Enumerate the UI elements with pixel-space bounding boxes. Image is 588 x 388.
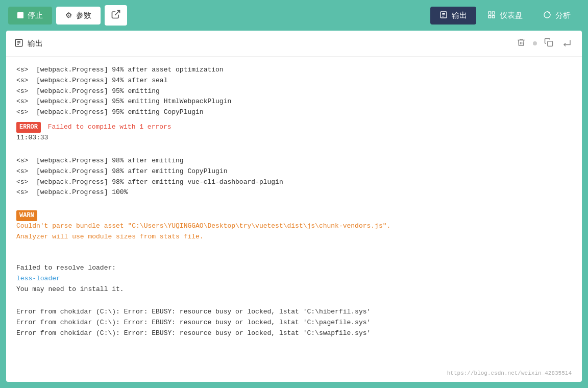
copy-button[interactable]	[542, 36, 555, 51]
chokidar-line-1: Error from chokidar (C:\): Error: EBUSY:…	[16, 307, 572, 318]
error-badge: ERROR Failed to compile with 1 errors11:…	[16, 123, 572, 143]
progress-group-2: <s> [webpack.Progress] 98% after emittin…	[16, 156, 572, 198]
stop-icon	[17, 12, 23, 18]
export-button[interactable]	[105, 5, 127, 26]
svg-rect-5	[488, 12, 491, 14]
warn-block: WARN Couldn't parse bundle asset "C:\Use…	[16, 210, 572, 243]
svg-rect-6	[492, 12, 495, 14]
clear-button[interactable]	[514, 36, 528, 51]
loader-block: Failed to resolve loader: less-loader Yo…	[16, 263, 572, 295]
output-title-text: 输出	[28, 39, 43, 48]
output-line-3: <s> [webpack.Progress] 95% emitting	[16, 86, 572, 97]
loader-text-1: Failed to resolve loader:	[16, 263, 572, 274]
wrap-button[interactable]	[560, 36, 574, 51]
loader-line: Failed to resolve loader: less-loader	[16, 263, 572, 284]
error-time: 11:03:33	[16, 133, 572, 143]
output-line-4: <s> [webpack.Progress] 95% emitting Html…	[16, 96, 572, 107]
chokidar-line-2: Error from chokidar (C:\): Error: EBUSY:…	[16, 318, 572, 328]
header-actions	[514, 36, 574, 51]
svg-rect-8	[492, 15, 495, 18]
warn-line-2: Analyzer will use module sizes from stat…	[16, 232, 572, 243]
output-line-5: <s> [webpack.Progress] 95% emitting Copy…	[16, 107, 572, 118]
output-line-6: <s> [webpack.Progress] 98% after emittin…	[16, 156, 572, 166]
toolbar: 停止 ⚙ 参数 输出	[0, 0, 588, 31]
params-button[interactable]: ⚙ 参数	[56, 7, 101, 25]
loader-link: less-loader	[16, 275, 60, 282]
tab-dashboard-label: 仪表盘	[500, 11, 523, 20]
output-line-7: <s> [webpack.Progress] 98% after emittin…	[16, 166, 572, 177]
error-block: ERROR Failed to compile with 1 errors11:…	[16, 122, 572, 143]
output-tab-icon	[439, 11, 448, 20]
output-title: 输出	[14, 38, 43, 49]
loader-text-2: You may need to install it.	[16, 284, 572, 295]
chokidar-line-3: Error from chokidar (C:\): Error: EBUSY:…	[16, 328, 572, 339]
params-label: 参数	[76, 11, 91, 20]
progress-group-1: <s> [webpack.Progress] 94% after asset o…	[16, 65, 572, 118]
tab-analysis-label: 分析	[555, 11, 571, 20]
tab-dashboard-button[interactable]: 仪表盘	[478, 7, 532, 25]
output-panel: 输出	[6, 31, 582, 382]
warn-badge: WARN	[16, 210, 37, 221]
analysis-tab-icon	[543, 11, 551, 20]
stop-button[interactable]: 停止	[8, 7, 52, 25]
output-line-2: <s> [webpack.Progress] 94% after seal	[16, 76, 572, 86]
tab-output-label: 输出	[452, 11, 467, 20]
error-text: Failed to compile with 1 errors	[44, 123, 172, 131]
tab-output-button[interactable]: 输出	[430, 7, 476, 25]
output-body[interactable]: <s> [webpack.Progress] 94% after asset o…	[6, 57, 582, 382]
svg-rect-14	[548, 41, 553, 46]
chokidar-block: Error from chokidar (C:\): Error: EBUSY:…	[16, 307, 572, 338]
tab-group: 输出 仪表盘 分析	[430, 7, 580, 25]
output-panel-icon	[14, 38, 23, 49]
status-dot	[533, 41, 537, 45]
output-header: 输出	[6, 31, 582, 57]
gear-icon: ⚙	[65, 11, 72, 20]
stop-label: 停止	[28, 11, 43, 20]
output-line-9: <s> [webpack.Progress] 100%	[16, 187, 572, 198]
export-icon	[111, 9, 121, 21]
svg-line-0	[115, 11, 119, 15]
tab-analysis-button[interactable]: 分析	[534, 7, 580, 25]
svg-rect-7	[488, 15, 491, 18]
output-line-8: <s> [webpack.Progress] 98% after emittin…	[16, 177, 572, 188]
watermark: https://blog.csdn.net/weixin_42835514	[447, 369, 572, 378]
dashboard-tab-icon	[487, 11, 496, 20]
warn-line-1: Couldn't parse bundle asset "C:\Users\YU…	[16, 221, 572, 232]
output-line-1: <s> [webpack.Progress] 94% after asset o…	[16, 65, 572, 76]
